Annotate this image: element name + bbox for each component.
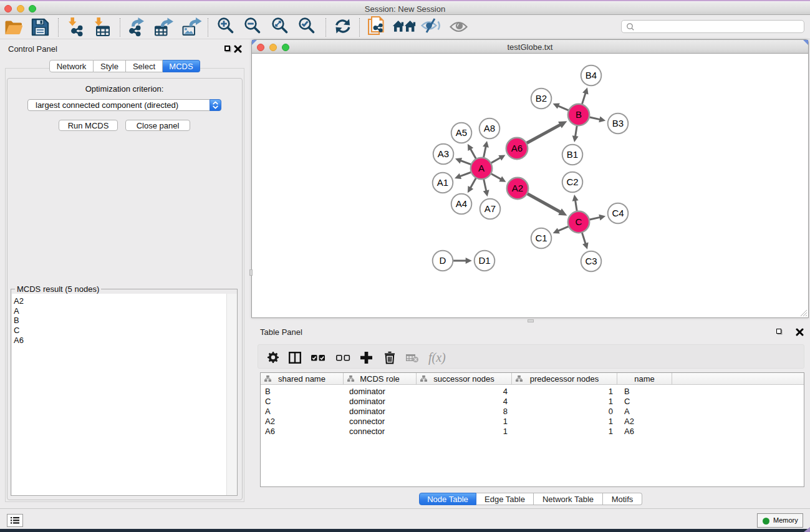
svg-text:A: A (478, 163, 485, 173)
svg-text:A6: A6 (511, 143, 523, 153)
svg-text:B4: B4 (586, 70, 597, 80)
svg-text:A5: A5 (456, 127, 467, 138)
svg-text:B2: B2 (536, 93, 547, 104)
svg-text:C4: C4 (612, 208, 624, 218)
svg-text:A4: A4 (456, 198, 467, 209)
svg-text:A7: A7 (485, 203, 496, 214)
svg-text:A8: A8 (484, 123, 495, 133)
svg-text:C3: C3 (585, 256, 597, 266)
svg-text:C2: C2 (566, 177, 578, 187)
svg-text:A3: A3 (438, 148, 449, 159)
svg-text:C: C (576, 216, 582, 227)
svg-text:D: D (440, 255, 446, 266)
svg-text:f(x): f(x) (428, 351, 446, 365)
svg-text:D1: D1 (478, 255, 490, 266)
svg-text:A1: A1 (437, 177, 448, 188)
svg-text:C1: C1 (535, 233, 547, 243)
svg-text:B: B (576, 109, 582, 120)
svg-text:B3: B3 (612, 118, 624, 128)
svg-text:A2: A2 (512, 183, 523, 193)
svg-text:B1: B1 (567, 149, 578, 160)
